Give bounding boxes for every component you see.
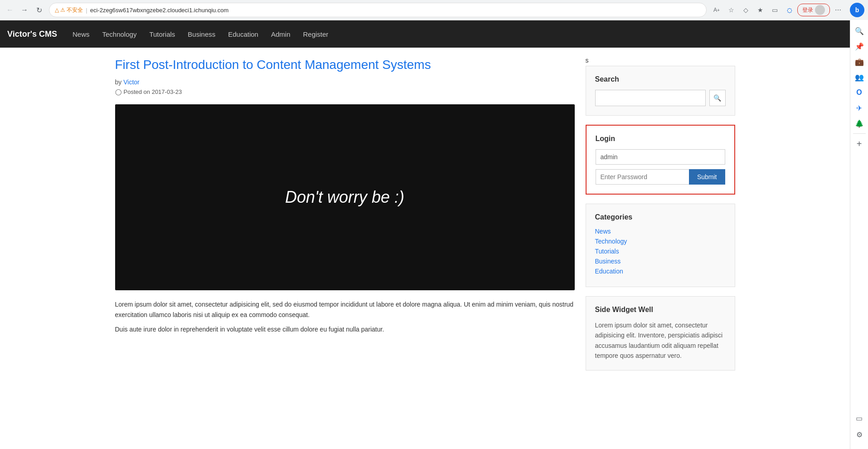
- categories-widget-title: Categories: [595, 213, 726, 221]
- nav-item-business[interactable]: Business: [181, 21, 222, 47]
- divider: |: [86, 7, 87, 14]
- category-link-news[interactable]: News: [595, 228, 611, 235]
- side-widget-text: Lorem ipsum dolor sit amet, consectetur …: [595, 320, 726, 361]
- bookmark-star-btn[interactable]: ☆: [725, 4, 737, 16]
- zoom-icon[interactable]: 🔍: [852, 24, 867, 38]
- post-body: Lorem ipsum dolor sit amet, consectetur …: [115, 299, 575, 334]
- login-widget: Login Submit: [586, 125, 735, 195]
- navbar-brand[interactable]: Victor's CMS: [7, 29, 57, 39]
- category-link-tutorials[interactable]: Tutorials: [595, 248, 619, 255]
- collections-btn[interactable]: ★: [754, 4, 766, 16]
- send-icon[interactable]: ✈: [852, 101, 867, 115]
- clock-icon: ◯: [115, 88, 122, 95]
- address-bar[interactable]: △ ⚠ 不安全 | eci-2zeg6sw617wbxngzebe2.cloud…: [49, 3, 707, 17]
- navbar: Victor's CMS News Technology Tutorials B…: [0, 20, 850, 48]
- by-label: by: [115, 78, 122, 86]
- outlook-icon[interactable]: O: [852, 85, 867, 100]
- search-button[interactable]: 🔍: [709, 90, 726, 106]
- date-text: Posted on 2017-03-23: [124, 88, 182, 95]
- more-menu-btn[interactable]: ⋯: [832, 4, 844, 16]
- post-image-text: Don't worry be :): [285, 188, 404, 207]
- username-input[interactable]: [596, 149, 725, 165]
- search-widget: Search 🔍: [586, 66, 735, 116]
- submit-button[interactable]: Submit: [689, 169, 725, 185]
- category-item-tutorials: Tutorials: [595, 248, 726, 255]
- side-widget-well: Side Widget Well Lorem ipsum dolor sit a…: [586, 296, 735, 371]
- security-warning: △ ⚠ 不安全: [55, 6, 83, 14]
- toolbox-icon[interactable]: 💼: [852, 54, 867, 69]
- post-date: ◯ Posted on 2017-03-23: [115, 88, 575, 95]
- warning-icon: △: [55, 7, 59, 13]
- browser-nav-buttons: ← → ↻: [4, 4, 45, 16]
- nav-item-tutorials[interactable]: Tutorials: [143, 21, 181, 47]
- search-icon: 🔍: [713, 94, 721, 102]
- share-btn[interactable]: ▭: [768, 4, 781, 16]
- category-item-news: News: [595, 228, 726, 235]
- post-meta: by Victor: [115, 78, 575, 86]
- login-button[interactable]: 登录: [797, 4, 830, 16]
- post-body-p1: Lorem ipsum dolor sit amet, consectetur …: [115, 299, 575, 320]
- back-button[interactable]: ←: [4, 4, 16, 16]
- browser-toolbar: ← → ↻ △ ⚠ 不安全 | eci-2zeg6sw617wbxngzebe2…: [0, 0, 868, 20]
- nav-item-technology[interactable]: Technology: [96, 21, 143, 47]
- url-text: eci-2zeg6sw617wbxngzebe2.cloudeci1.ichun…: [90, 7, 701, 14]
- content-wrapper: First Post-Introduction to Content Manag…: [108, 48, 742, 389]
- category-item-technology: Technology: [595, 238, 726, 245]
- login-row: Submit: [596, 169, 725, 185]
- category-item-education: Education: [595, 268, 726, 275]
- categories-list: News Technology Tutorials Business Educa…: [595, 228, 726, 275]
- navbar-nav: News Technology Tutorials Business Educa…: [66, 21, 335, 47]
- main-content: First Post-Introduction to Content Manag…: [115, 57, 575, 380]
- nav-item-register[interactable]: Register: [296, 21, 335, 47]
- post-image: Don't worry be :): [115, 104, 575, 290]
- login-widget-title: Login: [596, 135, 725, 143]
- login-label: 登录: [802, 6, 813, 14]
- categories-widget: Categories News Technology Tutorials Bus…: [586, 204, 735, 287]
- post-title: First Post-Introduction to Content Manag…: [115, 57, 575, 73]
- browser-actions: A+ ☆ ◇ ★ ▭ ◌ 登录 ⋯: [710, 4, 844, 16]
- forward-button[interactable]: →: [18, 4, 31, 16]
- author-link[interactable]: Victor: [123, 78, 140, 86]
- separator: [853, 133, 866, 134]
- category-link-technology[interactable]: Technology: [595, 238, 627, 245]
- post-body-p2: Duis aute irure dolor in reprehenderit i…: [115, 324, 575, 334]
- search-widget-title: Search: [595, 75, 726, 83]
- page-wrapper: Victor's CMS News Technology Tutorials B…: [0, 20, 850, 389]
- side-widget-title: Side Widget Well: [595, 306, 726, 314]
- nav-item-admin[interactable]: Admin: [265, 21, 297, 47]
- add-icon[interactable]: +: [852, 137, 867, 151]
- font-size-btn[interactable]: A+: [710, 4, 723, 16]
- split-view-btn[interactable]: ◇: [739, 4, 752, 16]
- search-input[interactable]: [595, 90, 706, 106]
- sidebar: s Search 🔍 Login Submit: [586, 57, 735, 380]
- bookmark-icon[interactable]: 📌: [852, 39, 867, 54]
- edge-btn[interactable]: ◌: [783, 4, 795, 16]
- reload-button[interactable]: ↻: [33, 4, 45, 16]
- sidebar-top-label: s: [586, 57, 735, 64]
- category-item-business: Business: [595, 258, 726, 265]
- nav-item-news[interactable]: News: [66, 21, 96, 47]
- tree-icon[interactable]: 🌲: [852, 116, 867, 131]
- browser-chrome: ← → ↻ △ ⚠ 不安全 | eci-2zeg6sw617wbxngzebe2…: [0, 0, 868, 20]
- category-link-education[interactable]: Education: [595, 268, 623, 275]
- bing-icon[interactable]: b: [850, 3, 864, 17]
- right-sidebar: 🔍 📌 💼 👥 O ✈ 🌲 + ▭ ⚙: [850, 20, 868, 389]
- user-avatar: [815, 5, 825, 15]
- contacts-icon[interactable]: 👥: [852, 70, 867, 84]
- nav-item-education[interactable]: Education: [222, 21, 265, 47]
- search-form: 🔍: [595, 90, 726, 106]
- password-input[interactable]: [596, 169, 689, 185]
- category-link-business[interactable]: Business: [595, 258, 621, 265]
